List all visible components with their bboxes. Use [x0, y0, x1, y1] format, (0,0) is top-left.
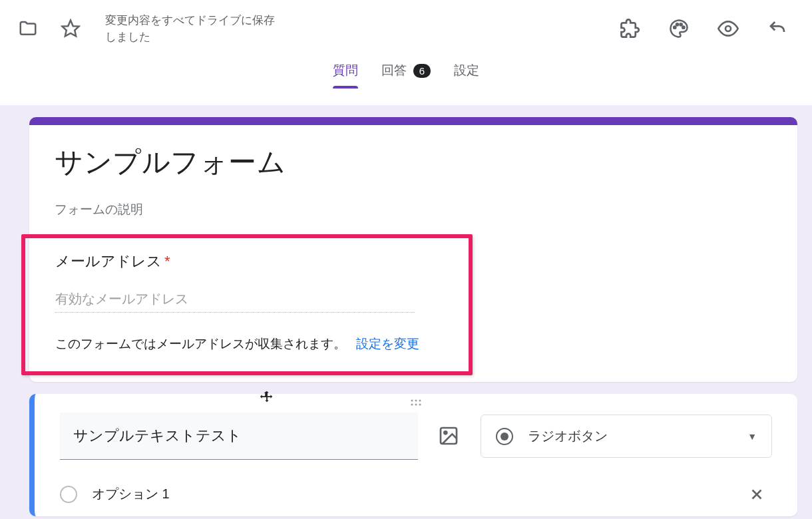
required-star: * [164, 253, 170, 269]
form-title[interactable]: サンプルフォーム [55, 144, 772, 181]
svg-point-11 [419, 404, 421, 406]
svg-point-7 [415, 400, 417, 402]
email-input-placeholder: 有効なメールアドレス [55, 290, 415, 313]
addons-icon[interactable] [615, 14, 644, 43]
chevron-down-icon: ▼ [747, 431, 757, 442]
form-description[interactable]: フォームの説明 [55, 201, 772, 218]
svg-point-9 [411, 404, 413, 406]
save-status: 変更内容をすべてドライブに保存しました [105, 12, 278, 46]
option-label[interactable]: オプション 1 [92, 485, 170, 503]
tabs-bar: 質問 回答 6 設定 [13, 52, 799, 89]
email-label: メールアドレス* [55, 252, 469, 271]
svg-marker-0 [63, 21, 79, 37]
question-card[interactable]: ラジオボタン ▼ オプション 1 [29, 394, 797, 516]
email-collect-notice: このフォームではメールアドレスが収集されます。 設定を変更 [55, 335, 469, 353]
responses-count-badge: 6 [413, 64, 431, 78]
svg-point-1 [674, 27, 676, 29]
folder-icon[interactable] [13, 14, 43, 43]
tab-questions[interactable]: 質問 [333, 53, 358, 88]
undo-icon[interactable] [763, 14, 792, 43]
option-radio-icon [60, 486, 77, 503]
svg-point-8 [419, 400, 421, 402]
svg-point-3 [680, 23, 682, 25]
title-card[interactable]: サンプルフォーム フォームの説明 メールアドレス* 有効なメールアドレス このフ… [29, 117, 797, 382]
tab-settings[interactable]: 設定 [454, 53, 479, 88]
remove-option-icon[interactable] [748, 486, 765, 503]
question-type-select[interactable]: ラジオボタン ▼ [481, 415, 772, 458]
change-settings-link[interactable]: 設定を変更 [356, 337, 419, 351]
palette-icon[interactable] [664, 14, 694, 43]
drag-handle-icon[interactable] [408, 399, 424, 406]
preview-icon[interactable] [713, 14, 743, 43]
tab-responses[interactable]: 回答 6 [381, 53, 431, 88]
svg-point-13 [444, 431, 447, 434]
email-collection-section: メールアドレス* 有効なメールアドレス このフォームではメールアドレスが収集され… [21, 234, 473, 375]
star-icon[interactable] [56, 14, 85, 43]
radio-icon [496, 428, 513, 445]
question-type-label: ラジオボタン [528, 427, 608, 445]
option-row[interactable]: オプション 1 [60, 485, 772, 503]
svg-point-10 [415, 404, 417, 406]
svg-point-2 [676, 23, 678, 25]
tab-responses-label: 回答 [381, 62, 407, 79]
add-image-icon[interactable] [438, 425, 461, 448]
move-icon[interactable] [260, 390, 274, 405]
question-title-input[interactable] [60, 413, 418, 460]
svg-point-4 [682, 27, 684, 29]
svg-point-6 [411, 400, 413, 402]
svg-point-5 [725, 26, 731, 31]
